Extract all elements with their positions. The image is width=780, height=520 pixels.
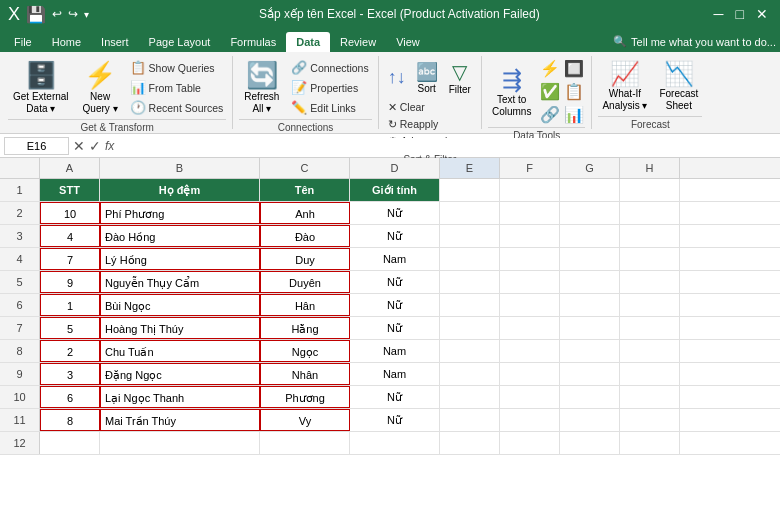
col-header-b[interactable]: B (100, 158, 260, 178)
cell-g2[interactable] (560, 202, 620, 224)
cell-d8[interactable]: Nam (350, 340, 440, 362)
row-number[interactable]: 11 (0, 409, 40, 431)
cell-d12[interactable] (350, 432, 440, 454)
flash-fill-button[interactable]: ⚡ (539, 58, 561, 79)
cell-e1[interactable] (440, 179, 500, 201)
cell-b6[interactable]: Bùi Ngọc (100, 294, 260, 316)
col-header-h[interactable]: H (620, 158, 680, 178)
cell-c5[interactable]: Duyên (260, 271, 350, 293)
cell-a1[interactable]: STT (40, 179, 100, 201)
remove-duplicates-button[interactable]: 🔲 (563, 58, 585, 79)
cell-a3[interactable]: 4 (40, 225, 100, 247)
cell-c4[interactable]: Duy (260, 248, 350, 270)
cell-b4[interactable]: Lý Hồng (100, 248, 260, 270)
tab-view[interactable]: View (386, 32, 430, 52)
cell-h10[interactable] (620, 386, 680, 408)
tab-data[interactable]: Data (286, 32, 330, 52)
cell-c10[interactable]: Phương (260, 386, 350, 408)
cell-b12[interactable] (100, 432, 260, 454)
cell-reference-input[interactable] (4, 137, 69, 155)
what-if-analysis-button[interactable]: 📈 What-IfAnalysis ▾ (598, 58, 651, 114)
relationships-button[interactable]: 🔗 (539, 104, 561, 125)
row-number[interactable]: 2 (0, 202, 40, 224)
col-header-g[interactable]: G (560, 158, 620, 178)
cell-h9[interactable] (620, 363, 680, 385)
cell-b11[interactable]: Mai Trần Thúy (100, 409, 260, 431)
show-queries-button[interactable]: 📋 Show Queries (127, 58, 227, 77)
cell-g8[interactable] (560, 340, 620, 362)
cell-d10[interactable]: Nữ (350, 386, 440, 408)
cell-g5[interactable] (560, 271, 620, 293)
cell-c6[interactable]: Hân (260, 294, 350, 316)
sort-asc-button[interactable]: ↑↓ (385, 58, 409, 97)
cell-g3[interactable] (560, 225, 620, 247)
cell-f2[interactable] (500, 202, 560, 224)
close-button[interactable]: ✕ (752, 6, 772, 22)
cell-c8[interactable]: Ngọc (260, 340, 350, 362)
cell-c9[interactable]: Nhân (260, 363, 350, 385)
cell-h11[interactable] (620, 409, 680, 431)
cell-f12[interactable] (500, 432, 560, 454)
cell-e4[interactable] (440, 248, 500, 270)
cell-c11[interactable]: Vy (260, 409, 350, 431)
row-number[interactable]: 12 (0, 432, 40, 454)
cell-d9[interactable]: Nam (350, 363, 440, 385)
clear-button[interactable]: ✕ Clear (385, 99, 475, 115)
cell-c7[interactable]: Hằng (260, 317, 350, 339)
cell-h7[interactable] (620, 317, 680, 339)
cell-e10[interactable] (440, 386, 500, 408)
cell-h12[interactable] (620, 432, 680, 454)
cell-e12[interactable] (440, 432, 500, 454)
cell-a2[interactable]: 10 (40, 202, 100, 224)
cell-e8[interactable] (440, 340, 500, 362)
cell-e11[interactable] (440, 409, 500, 431)
cell-d7[interactable]: Nữ (350, 317, 440, 339)
cell-e6[interactable] (440, 294, 500, 316)
cell-c12[interactable] (260, 432, 350, 454)
cell-e7[interactable] (440, 317, 500, 339)
tab-page-layout[interactable]: Page Layout (139, 32, 221, 52)
cell-e5[interactable] (440, 271, 500, 293)
tab-insert[interactable]: Insert (91, 32, 139, 52)
recent-sources-button[interactable]: 🕐 Recent Sources (127, 98, 227, 117)
cell-d11[interactable]: Nữ (350, 409, 440, 431)
row-number[interactable]: 4 (0, 248, 40, 270)
get-external-data-button[interactable]: 🗄️ Get ExternalData ▾ (8, 58, 74, 117)
cell-d4[interactable]: Nam (350, 248, 440, 270)
cell-f7[interactable] (500, 317, 560, 339)
cell-g7[interactable] (560, 317, 620, 339)
formula-check-icon[interactable]: ✓ (89, 138, 101, 154)
redo-icon[interactable]: ↪ (68, 7, 78, 21)
cell-a5[interactable]: 9 (40, 271, 100, 293)
cell-a7[interactable]: 5 (40, 317, 100, 339)
cell-a10[interactable]: 6 (40, 386, 100, 408)
col-header-a[interactable]: A (40, 158, 100, 178)
consolidate-button[interactable]: 📋 (563, 81, 585, 102)
col-header-d[interactable]: D (350, 158, 440, 178)
row-number[interactable]: 9 (0, 363, 40, 385)
data-validation-button[interactable]: ✅ (539, 81, 561, 102)
cell-f11[interactable] (500, 409, 560, 431)
cell-h6[interactable] (620, 294, 680, 316)
col-header-c[interactable]: C (260, 158, 350, 178)
cell-d3[interactable]: Nữ (350, 225, 440, 247)
save-icon[interactable]: 💾 (26, 5, 46, 24)
cell-f4[interactable] (500, 248, 560, 270)
filter-button[interactable]: ▽ Filter (445, 58, 475, 97)
col-header-e[interactable]: E (440, 158, 500, 178)
cell-a4[interactable]: 7 (40, 248, 100, 270)
undo-icon[interactable]: ↩ (52, 7, 62, 21)
cell-f1[interactable] (500, 179, 560, 201)
cell-g1[interactable] (560, 179, 620, 201)
cell-f3[interactable] (500, 225, 560, 247)
cell-b5[interactable]: Nguyễn Thụy Cẩm (100, 271, 260, 293)
cell-b3[interactable]: Đào Hồng (100, 225, 260, 247)
cell-f5[interactable] (500, 271, 560, 293)
cell-b8[interactable]: Chu Tuấn (100, 340, 260, 362)
cell-h2[interactable] (620, 202, 680, 224)
row-number[interactable]: 7 (0, 317, 40, 339)
minimize-button[interactable]: ─ (710, 6, 728, 22)
tab-file[interactable]: File (4, 32, 42, 52)
formula-x-icon[interactable]: ✕ (73, 138, 85, 154)
cell-b1[interactable]: Họ đệm (100, 179, 260, 201)
